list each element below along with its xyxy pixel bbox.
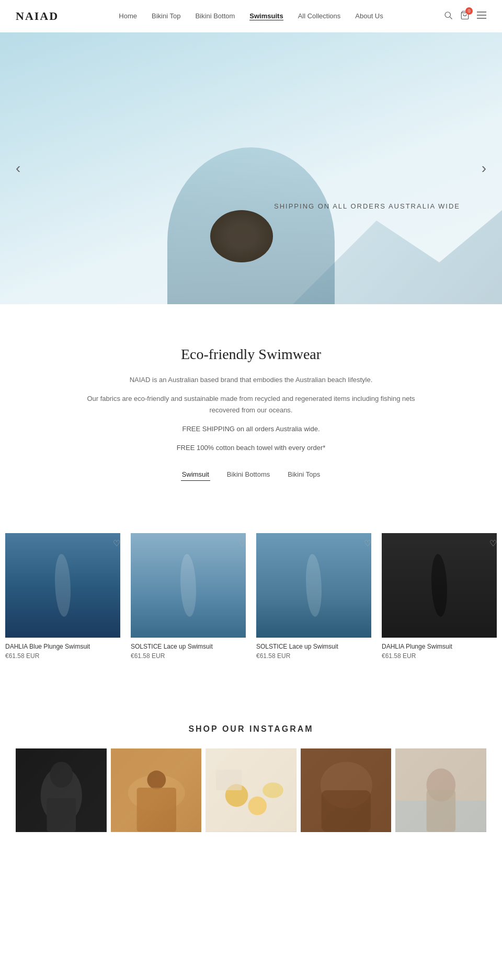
product-image-3 <box>256 533 371 638</box>
wishlist-button-1[interactable]: ♡ <box>113 538 120 548</box>
instagram-image-1 <box>16 748 107 832</box>
wishlist-button-3[interactable]: ♡ <box>364 538 371 548</box>
product-price-1: €61.58 EUR <box>5 652 120 660</box>
swimsuit-shape-1 <box>55 554 71 617</box>
cart-count: 0 <box>465 7 473 15</box>
product-info-3: SOLSTICE Lace up Swimsuit €61.58 EUR <box>256 638 371 662</box>
instagram-item-1[interactable] <box>16 748 107 832</box>
instagram-image-3 <box>206 748 296 832</box>
search-button[interactable] <box>443 10 453 22</box>
nav-home[interactable]: Home <box>119 12 137 20</box>
eco-desc1: NAIAD is an Australian based brand that … <box>73 374 429 386</box>
svg-point-16 <box>248 797 267 815</box>
instagram-section: SHOP OUR INSTAGRAM <box>0 693 502 853</box>
eco-free-towel: FREE 100% cotton beach towel with every … <box>73 442 429 454</box>
product-price-3: €61.58 EUR <box>256 652 371 660</box>
instagram-item-5[interactable] <box>395 748 486 832</box>
instagram-item-3[interactable] <box>206 748 296 832</box>
product-name-3: SOLSTICE Lace up Swimsuit <box>256 643 371 650</box>
eco-free-shipping: FREE SHIPPING on all orders Australia wi… <box>73 423 429 435</box>
product-image-2 <box>131 533 246 638</box>
product-price-2: €61.58 EUR <box>131 652 246 660</box>
wishlist-button-4[interactable]: ♡ <box>489 538 497 548</box>
cart-button[interactable]: 0 <box>460 10 470 22</box>
eco-desc2: Our fabrics are eco-friendly and sustain… <box>73 393 429 416</box>
svg-line-1 <box>450 17 452 19</box>
svg-point-12 <box>147 771 166 790</box>
logo[interactable]: NAIAD <box>16 9 59 23</box>
hero-shipping-text: SHIPPING ON ALL ORDERS AUSTRALIA WIDE <box>274 202 460 210</box>
tab-swimsuit[interactable]: Swimsuit <box>181 468 210 481</box>
tab-bikini-tops[interactable]: Bikini Tops <box>287 468 321 481</box>
menu-button[interactable] <box>477 11 486 21</box>
product-card-3[interactable]: ♡ SOLSTICE Lace up Swimsuit €61.58 EUR <box>251 533 376 662</box>
swimsuit-shape-4 <box>431 554 447 617</box>
svg-point-0 <box>445 12 451 18</box>
product-name-1: DAHLIA Blue Plunge Swimsuit <box>5 643 120 650</box>
site-header: NAIAD Home Bikini Top Bikini Bottom Swim… <box>0 0 502 32</box>
hero-banner: ‹ › SHIPPING ON ALL ORDERS AUSTRALIA WID… <box>0 32 502 304</box>
nav-about-us[interactable]: About Us <box>355 12 383 20</box>
product-section: ♡ DAHLIA Blue Plunge Swimsuit €61.58 EUR… <box>0 512 502 693</box>
nav-bikini-bottom[interactable]: Bikini Bottom <box>195 12 235 20</box>
product-card-1[interactable]: ♡ DAHLIA Blue Plunge Swimsuit €61.58 EUR <box>0 533 126 662</box>
instagram-image-4 <box>301 748 392 832</box>
instagram-title: SHOP OUR INSTAGRAM <box>16 724 486 734</box>
instagram-grid <box>16 748 486 832</box>
instagram-item-4[interactable] <box>301 748 392 832</box>
product-image-1 <box>5 533 120 638</box>
product-name-2: SOLSTICE Lace up Swimsuit <box>131 643 246 650</box>
nav-bikini-top[interactable]: Bikini Top <box>152 12 180 20</box>
instagram-image-5 <box>395 748 486 832</box>
product-card-4[interactable]: ♡ DAHLIA Plunge Swimsuit €61.58 EUR <box>376 533 502 662</box>
eco-title: Eco-friendly Swimwear <box>73 346 429 363</box>
svg-rect-21 <box>321 790 370 832</box>
nav-swimsuits[interactable]: Swimsuits <box>249 12 283 20</box>
product-price-4: €61.58 EUR <box>382 652 497 660</box>
instagram-image-2 <box>111 748 202 832</box>
hero-prev-button[interactable]: ‹ <box>10 155 26 182</box>
svg-rect-13 <box>136 788 176 832</box>
product-info-2: SOLSTICE Lace up Swimsuit €61.58 EUR <box>131 638 246 662</box>
product-row: ♡ DAHLIA Blue Plunge Swimsuit €61.58 EUR… <box>0 533 502 662</box>
product-name-4: DAHLIA Plunge Swimsuit <box>382 643 497 650</box>
hero-head <box>210 210 273 262</box>
svg-rect-25 <box>427 790 456 832</box>
wishlist-button-2[interactable]: ♡ <box>238 538 246 548</box>
svg-rect-18 <box>216 770 242 791</box>
main-nav: Home Bikini Top Bikini Bottom Swimsuits … <box>119 12 383 20</box>
svg-point-17 <box>263 783 283 799</box>
header-icons: 0 <box>443 10 486 22</box>
swimsuit-shape-3 <box>306 554 322 617</box>
nav-all-collections[interactable]: All Collections <box>298 12 341 20</box>
product-info-4: DAHLIA Plunge Swimsuit €61.58 EUR <box>382 638 497 662</box>
eco-section: Eco-friendly Swimwear NAIAD is an Austra… <box>0 304 502 512</box>
svg-point-8 <box>50 762 73 788</box>
product-info-1: DAHLIA Blue Plunge Swimsuit €61.58 EUR <box>5 638 120 662</box>
instagram-item-2[interactable] <box>111 748 202 832</box>
svg-rect-9 <box>47 798 76 832</box>
hero-next-button[interactable]: › <box>476 155 492 182</box>
product-tabs: Swimsuit Bikini Bottoms Bikini Tops <box>73 468 429 481</box>
product-card-2[interactable]: ♡ SOLSTICE Lace up Swimsuit €61.58 EUR <box>126 533 251 662</box>
swimsuit-shape-2 <box>180 554 196 617</box>
product-image-4 <box>382 533 497 638</box>
tab-bikini-bottoms[interactable]: Bikini Bottoms <box>226 468 271 481</box>
